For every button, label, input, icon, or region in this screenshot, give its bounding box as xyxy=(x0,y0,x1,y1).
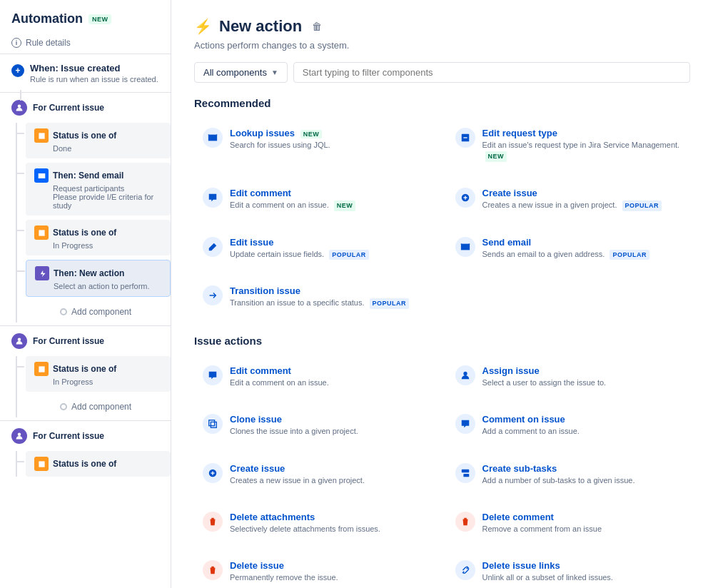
condition-title-2: Status is one of xyxy=(53,228,116,238)
left-panel: Automation NEW i Rule details + When: Is… xyxy=(0,0,171,588)
action-card-edit-comment-rec[interactable]: Edit comment Edit a comment on an issue.… xyxy=(194,179,438,220)
create-issue-rec-icon xyxy=(455,188,475,208)
right-subtitle: Actions perform changes to a system. xyxy=(194,40,690,51)
flow-items-3: Status is one of xyxy=(0,451,171,477)
action-card-clone-issue[interactable]: Clone issue Clones the issue into a give… xyxy=(194,405,438,445)
add-component-2[interactable]: Add component xyxy=(51,396,171,417)
assign-issue-icon xyxy=(455,365,475,385)
action-card-assign-issue[interactable]: Assign issue Select a user to assign the… xyxy=(447,357,691,397)
svg-point-0 xyxy=(18,105,21,108)
for-label-1: For Current issue xyxy=(33,103,104,113)
popular-badge-email-rec: POPULAR xyxy=(610,250,649,260)
app-header: Automation NEW xyxy=(0,0,171,32)
clone-issue-icon xyxy=(203,414,223,434)
condition-desc-2: In Progress xyxy=(53,241,162,250)
condition-status-done[interactable]: Status is one of Done xyxy=(26,123,171,158)
create-issue-rec-body: Create issue Creates a new issue in a gi… xyxy=(482,188,682,211)
popular-badge-transition: POPULAR xyxy=(370,298,410,309)
svg-rect-10 xyxy=(211,422,216,428)
when-block: + When: Issue created Rule is run when a… xyxy=(0,54,171,92)
action-card-delete-comment[interactable]: Delete comment Remove a comment from an … xyxy=(447,503,691,543)
rule-details-link[interactable]: i Rule details xyxy=(0,32,171,54)
filter-input[interactable] xyxy=(293,62,690,83)
assign-issue-body: Assign issue Select a user to assign the… xyxy=(482,365,682,388)
action-card-edit-issue-rec[interactable]: Edit issue Update certain issue fields. … xyxy=(194,228,438,269)
action-card-comment-on-issue[interactable]: Comment on issue Add a comment to an iss… xyxy=(447,405,691,445)
recommended-section-title: Recommended xyxy=(194,97,690,109)
delete-issue-icon xyxy=(203,560,223,580)
lookup-issues-icon xyxy=(203,128,223,148)
action-card-lookup-issues[interactable]: Lookup issues NEW Search for issues usin… xyxy=(194,119,438,171)
action-card-edit-request-type[interactable]: Edit request type Edit an issue's reques… xyxy=(447,119,691,171)
action-new-action[interactable]: Then: New action Select an action to per… xyxy=(26,260,171,297)
for-icon-2 xyxy=(11,333,27,349)
new-badge-lookup: NEW xyxy=(300,130,323,138)
lookup-issues-body: Lookup issues NEW Search for issues usin… xyxy=(230,128,430,151)
add-component-1[interactable]: Add component xyxy=(51,301,171,323)
svg-point-2 xyxy=(18,433,21,437)
delete-issue-links-body: Delete issue links Unlink all or a subse… xyxy=(482,560,682,583)
action-card-transition-issue[interactable]: Transition issue Transition an issue to … xyxy=(194,277,438,318)
rule-details-label: Rule details xyxy=(26,38,71,48)
add-when-button[interactable]: + xyxy=(11,64,24,77)
comment-on-issue-body: Comment on issue Add a comment to an iss… xyxy=(482,414,682,437)
edit-request-type-body: Edit request type Edit an issue's reques… xyxy=(482,128,682,162)
condition-title-1: Status is one of xyxy=(53,131,116,141)
right-panel: ⚡ New action 🗑 Actions perform changes t… xyxy=(171,0,713,588)
flow-items-1: Status is one of Done Then: Send email R… xyxy=(0,123,171,323)
condition-status-inprogress-2[interactable]: Status is one of In Progress xyxy=(26,356,171,392)
flow-items-2: Status is one of In Progress Add compone… xyxy=(0,356,171,417)
svg-rect-14 xyxy=(461,469,469,472)
action-card-edit-comment[interactable]: Edit comment Edit a comment on an issue. xyxy=(194,357,438,397)
for-current-issue-1: For Current issue xyxy=(0,92,171,123)
action-card-delete-attachments[interactable]: Delete attachments Selectively delete at… xyxy=(194,503,438,543)
for-label-2: For Current issue xyxy=(33,336,104,346)
action-card-delete-issue-links[interactable]: Delete issue links Unlink all or a subse… xyxy=(447,552,691,588)
edit-issue-rec-body: Edit issue Update certain issue fields. … xyxy=(230,237,430,260)
action-card-create-issue[interactable]: Create issue Creates a new issue in a gi… xyxy=(194,455,438,495)
for-label-3: For Current issue xyxy=(33,431,104,441)
for-icon-1 xyxy=(11,100,27,116)
action-desc-1: Request participantsPlease provide I/E c… xyxy=(53,184,162,210)
new-badge-edit-request: NEW xyxy=(485,151,507,162)
for-current-issue-2: For Current issue xyxy=(0,325,171,356)
action-card-create-subtasks[interactable]: Create sub-tasks Add a number of sub-tas… xyxy=(447,455,691,495)
lightning-header-icon: ⚡ xyxy=(194,18,212,35)
delete-action-button[interactable]: 🗑 xyxy=(312,21,322,32)
action-card-send-email-rec[interactable]: Send email Sends an email to a given add… xyxy=(447,228,691,269)
action-send-email[interactable]: Then: Send email Request participantsPle… xyxy=(26,163,171,216)
edit-request-type-icon xyxy=(455,128,475,148)
condition-status-3[interactable]: Status is one of xyxy=(26,451,171,477)
action-card-delete-issue[interactable]: Delete issue Permanently remove the issu… xyxy=(194,552,438,588)
create-issue-body: Create issue Creates a new issue in a gi… xyxy=(230,463,430,486)
app-new-badge: NEW xyxy=(89,14,112,24)
when-title: When: Issue created xyxy=(30,63,158,74)
condition-status-inprogress[interactable]: Status is one of In Progress xyxy=(26,220,171,255)
send-email-rec-icon xyxy=(455,237,475,257)
component-filter-dropdown[interactable]: All components ▼ xyxy=(194,62,288,83)
action-title-2: Then: New action xyxy=(54,268,124,278)
issue-actions-grid: Edit comment Edit a comment on an issue.… xyxy=(194,357,690,588)
for-icon-3 xyxy=(11,428,27,444)
condition-title-4: Status is one of xyxy=(53,459,116,469)
condition-desc-3: In Progress xyxy=(53,377,162,386)
edit-comment-rec-body: Edit comment Edit a comment on an issue.… xyxy=(230,188,430,211)
right-panel-title: New action xyxy=(219,17,302,36)
for-current-issue-3: For Current issue xyxy=(0,420,171,451)
svg-rect-15 xyxy=(463,473,469,476)
action-desc-2: Select an action to perform. xyxy=(54,282,161,290)
chevron-down-icon: ▼ xyxy=(271,69,278,76)
filter-row: All components ▼ xyxy=(194,62,690,83)
transition-issue-body: Transition issue Transition an issue to … xyxy=(230,285,430,309)
condition-desc-1: Done xyxy=(53,144,162,153)
action-card-create-issue-rec[interactable]: Create issue Creates a new issue in a gi… xyxy=(447,179,691,220)
right-header: ⚡ New action 🗑 xyxy=(194,17,690,36)
clone-issue-body: Clone issue Clones the issue into a give… xyxy=(230,414,430,437)
delete-comment-icon xyxy=(455,512,475,532)
comment-on-issue-icon xyxy=(455,414,475,434)
delete-issue-body: Delete issue Permanently remove the issu… xyxy=(230,560,430,583)
svg-point-1 xyxy=(18,338,21,342)
transition-issue-icon xyxy=(203,285,223,305)
delete-comment-body: Delete comment Remove a comment from an … xyxy=(482,512,682,534)
when-desc: Rule is run when an issue is created. xyxy=(30,75,158,83)
